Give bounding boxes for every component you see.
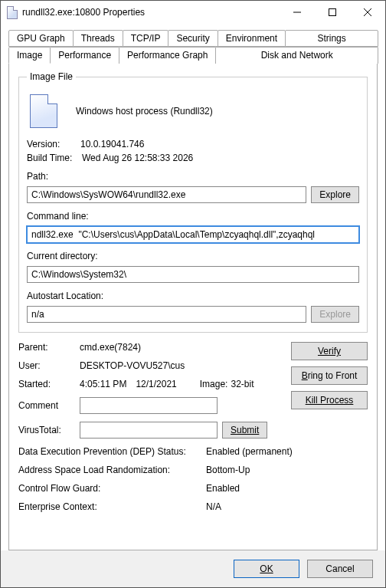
aslr-value: Bottom-Up <box>206 465 250 475</box>
parent-value: cmd.exe(7824) <box>80 342 141 353</box>
file-icon <box>7 6 18 19</box>
path-label: Path: <box>27 171 359 182</box>
tab-performance[interactable]: Performance <box>50 47 119 64</box>
curdir-label: Current directory: <box>27 251 359 261</box>
image-bits-label: Image: <box>200 379 228 389</box>
ent-value: N/A <box>206 501 221 512</box>
explore-autostart-button: Explore <box>311 306 359 323</box>
user-label: User: <box>18 360 80 371</box>
dep-value: Enabled (permanent) <box>206 446 293 457</box>
tab-gpu-graph[interactable]: GPU Graph <box>8 30 74 47</box>
image-file-legend: Image File <box>27 71 76 82</box>
close-button[interactable] <box>350 1 385 24</box>
cfg-value: Enabled <box>206 483 240 494</box>
comment-input[interactable] <box>80 397 218 414</box>
parent-label: Parent: <box>18 342 80 353</box>
window-title: rundll32.exe:10800 Properties <box>22 7 280 18</box>
path-input[interactable] <box>27 186 306 203</box>
bring-to-front-button[interactable]: Bring to Front <box>291 366 368 385</box>
buildtime-value: Wed Aug 26 12:58:33 2026 <box>82 153 193 163</box>
image-file-group: Image File Windows host process (Rundll3… <box>18 71 368 333</box>
cfg-label: Control Flow Guard: <box>18 483 206 494</box>
curdir-input[interactable] <box>27 266 359 283</box>
started-label: Started: <box>18 379 80 389</box>
autostart-label: Autostart Location: <box>27 291 359 301</box>
tab-performance-graph[interactable]: Performance Graph <box>119 47 216 64</box>
virustotal-label: VirusTotal: <box>18 425 80 435</box>
tab-environment[interactable]: Environment <box>218 30 286 47</box>
svg-rect-1 <box>329 9 336 16</box>
tab-body-image: Image File Windows host process (Rundll3… <box>8 63 378 550</box>
tab-image[interactable]: Image <box>8 47 51 64</box>
cancel-button[interactable]: Cancel <box>307 560 373 578</box>
submit-button[interactable]: Submit <box>222 422 267 439</box>
autostart-input[interactable] <box>27 306 306 323</box>
tab-strip: GPU Graph Threads TCP/IP Security Enviro… <box>8 30 378 64</box>
file-big-icon <box>30 94 57 128</box>
user-value: DESKTOP-VOVU527\cus <box>80 360 185 371</box>
kill-process-button[interactable]: Kill Process <box>291 391 368 409</box>
dialog-footer: OK Cancel <box>1 550 385 587</box>
process-description: Windows host process (Rundll32) <box>76 106 213 117</box>
verify-button[interactable]: Verify <box>291 342 368 360</box>
started-date: 12/1/2021 <box>136 379 176 389</box>
version-value: 10.0.19041.746 <box>80 139 144 149</box>
tab-tcpip[interactable]: TCP/IP <box>123 30 169 47</box>
virustotal-input[interactable] <box>80 422 218 439</box>
dep-label: Data Execution Prevention (DEP) Status: <box>18 446 206 457</box>
maximize-button[interactable] <box>315 1 350 24</box>
buildtime-label: Build Time: <box>27 153 82 163</box>
started-time: 4:05:11 PM <box>80 379 126 389</box>
version-label: Version: <box>27 139 80 149</box>
image-bits-value: 32-bit <box>231 379 254 389</box>
cmdline-label: Command line: <box>27 211 359 222</box>
tab-strings[interactable]: Strings <box>285 30 378 47</box>
aslr-label: Address Space Load Randomization: <box>18 465 206 475</box>
ent-label: Enterprise Context: <box>18 501 206 512</box>
explore-path-button[interactable]: Explore <box>311 186 359 203</box>
tab-disk-network[interactable]: Disk and Network <box>215 47 378 64</box>
titlebar: rundll32.exe:10800 Properties <box>1 1 385 24</box>
comment-label: Comment <box>18 400 80 411</box>
tab-security[interactable]: Security <box>168 30 218 47</box>
ok-button[interactable]: OK <box>234 560 299 578</box>
cmdline-input[interactable] <box>27 226 359 243</box>
tab-threads[interactable]: Threads <box>73 30 123 47</box>
minimize-button[interactable] <box>280 1 315 24</box>
